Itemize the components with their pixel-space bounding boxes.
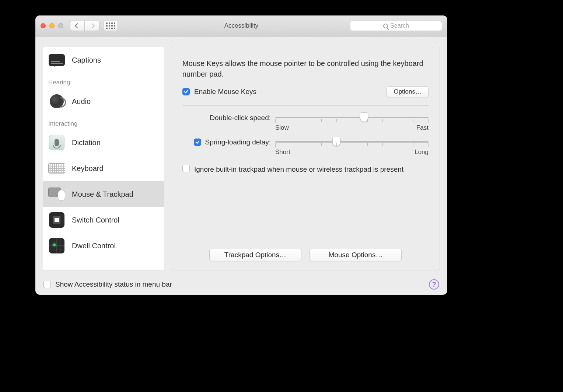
- sidebar-section-interacting: Interacting: [43, 114, 164, 130]
- accessibility-window: Accessibility Search Captions Hearing Au…: [35, 15, 447, 295]
- checkmark-icon: [183, 89, 189, 94]
- sidebar-item-captions[interactable]: Captions: [43, 47, 164, 73]
- slider-ticks: [275, 119, 429, 123]
- slider-min-label: Slow: [275, 124, 289, 132]
- show-status-label: Show Accessibility status in menu bar: [55, 280, 172, 288]
- slider-min-label: Short: [275, 148, 290, 156]
- sidebar-item-label: Dwell Control: [72, 242, 116, 250]
- sidebar-item-label: Mouse & Trackpad: [72, 190, 133, 199]
- sidebar-item-keyboard[interactable]: Keyboard: [43, 155, 164, 181]
- slider-end-labels: Short Long: [275, 148, 429, 156]
- chevron-left-icon: [75, 23, 80, 28]
- double-click-speed-slider[interactable]: Slow Fast: [275, 114, 429, 132]
- category-list[interactable]: Captions Hearing Audio Interacting Dicta…: [43, 47, 164, 270]
- separator: [182, 105, 429, 106]
- nav-buttons: [70, 21, 99, 31]
- ignore-trackpad-checkbox[interactable]: [182, 165, 190, 172]
- traffic-lights: [41, 23, 63, 28]
- window-toolbar: Accessibility Search: [35, 15, 447, 36]
- switch-control-icon: [48, 211, 65, 228]
- search-placeholder: Search: [390, 22, 409, 29]
- spring-loading-delay-label-wrap: Spring-loading delay:: [182, 138, 271, 146]
- back-button[interactable]: [70, 21, 85, 31]
- show-status-checkbox[interactable]: [43, 281, 51, 288]
- mouse-keys-description: Mouse Keys allows the mouse pointer to b…: [182, 58, 429, 80]
- grid-icon: [106, 22, 115, 29]
- ignore-trackpad-row: Ignore built-in trackpad when mouse or w…: [182, 165, 429, 175]
- settings-panel: Mouse Keys allows the mouse pointer to b…: [171, 47, 440, 270]
- question-mark-icon: ?: [432, 281, 436, 288]
- sidebar-item-label: Captions: [72, 56, 101, 64]
- mouse-keys-options-button[interactable]: Options…: [387, 86, 429, 97]
- close-window-button[interactable]: [41, 23, 46, 28]
- enable-mouse-keys-checkbox[interactable]: [182, 88, 190, 95]
- sidebar-item-mouse-trackpad[interactable]: Mouse & Trackpad: [43, 181, 164, 207]
- sidebar-item-label: Keyboard: [72, 164, 104, 173]
- audio-icon: [48, 93, 65, 110]
- slider-track: [275, 141, 429, 143]
- double-click-speed-row: Double-click speed: Slow Fast: [182, 114, 429, 132]
- captions-icon: [48, 52, 65, 69]
- keyboard-icon: [48, 160, 65, 177]
- window-body: Captions Hearing Audio Interacting Dicta…: [35, 36, 447, 274]
- sidebar-item-label: Audio: [72, 97, 91, 106]
- slider-end-labels: Slow Fast: [275, 124, 429, 132]
- slider-ticks: [275, 143, 429, 147]
- spring-loading-checkbox[interactable]: [194, 139, 201, 146]
- dictation-icon: [48, 134, 65, 151]
- sidebar-item-label: Switch Control: [72, 216, 119, 224]
- slider-max-label: Long: [415, 148, 429, 156]
- enable-mouse-keys-row: Enable Mouse Keys Options…: [182, 86, 429, 97]
- forward-button[interactable]: [85, 21, 99, 31]
- chevron-right-icon: [89, 23, 94, 28]
- sidebar-item-audio[interactable]: Audio: [43, 88, 164, 114]
- sidebar-section-hearing: Hearing: [43, 73, 164, 88]
- checkmark-icon: [195, 140, 200, 145]
- spring-loading-delay-label: Spring-loading delay:: [205, 138, 271, 146]
- options-button-row: Trackpad Options… Mouse Options…: [182, 238, 429, 261]
- ignore-trackpad-label: Ignore built-in trackpad when mouse or w…: [194, 165, 403, 175]
- sidebar-item-switch-control[interactable]: Switch Control: [43, 207, 164, 233]
- slider-max-label: Fast: [416, 124, 429, 132]
- dwell-control-icon: [48, 237, 65, 254]
- sidebar-item-label: Dictation: [72, 139, 101, 147]
- window-footer: Show Accessibility status in menu bar ?: [35, 274, 447, 295]
- spring-loading-delay-slider[interactable]: Short Long: [275, 138, 429, 156]
- sidebar-item-dwell-control[interactable]: Dwell Control: [43, 233, 164, 259]
- slider-track: [275, 117, 429, 118]
- zoom-window-button[interactable]: [58, 23, 63, 28]
- double-click-speed-label: Double-click speed:: [182, 114, 271, 122]
- mouse-options-button[interactable]: Mouse Options…: [310, 249, 402, 261]
- search-icon: [383, 24, 388, 28]
- minimize-window-button[interactable]: [49, 23, 55, 28]
- sidebar-item-dictation[interactable]: Dictation: [43, 130, 164, 155]
- show-all-button[interactable]: [103, 21, 118, 31]
- trackpad-options-button[interactable]: Trackpad Options…: [209, 249, 301, 261]
- search-field[interactable]: Search: [350, 21, 442, 31]
- mouse-trackpad-icon: [48, 186, 65, 203]
- help-button[interactable]: ?: [429, 279, 439, 290]
- enable-mouse-keys-label: Enable Mouse Keys: [194, 88, 382, 96]
- spring-loading-delay-row: Spring-loading delay: Short Long: [182, 138, 429, 156]
